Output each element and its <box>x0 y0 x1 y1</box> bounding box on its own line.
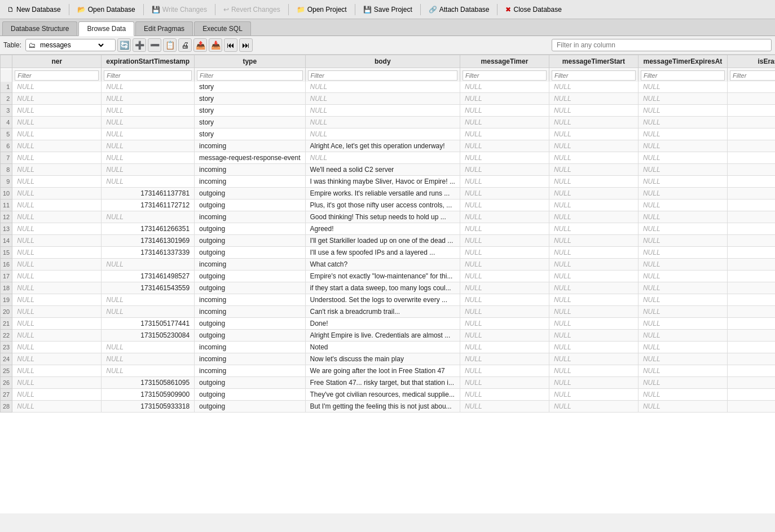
filter-mts-input[interactable] <box>552 70 636 81</box>
cell-null: NULL <box>12 176 102 188</box>
table-row[interactable]: 15NULL1731461337339outgoingI'll use a fe… <box>1 247 776 259</box>
cell-null: NULL <box>305 81 460 93</box>
first-button[interactable]: ⏮ <box>224 38 237 52</box>
table-row[interactable]: 2NULLNULLstoryNULLNULLNULLNULL0011111111… <box>1 93 776 105</box>
filter-type-input[interactable] <box>197 70 302 81</box>
cell-null: NULL <box>460 342 549 353</box>
filter-body-input[interactable] <box>308 70 457 81</box>
cell-null: NULL <box>102 365 195 377</box>
table-row[interactable]: 23NULLNULLincomingNotedNULLNULLNULL002fa… <box>1 342 776 353</box>
cell-ie: 0 <box>727 259 775 271</box>
filter-mtea-input[interactable] <box>641 70 725 81</box>
tab-edit-pragmas[interactable]: Edit Pragmas <box>135 21 193 36</box>
cell-null: NULL <box>638 81 727 93</box>
table-row[interactable]: 3NULLNULLstoryNULLNULLNULLNULL0011111111… <box>1 105 776 117</box>
attach-database-label: Attach Database <box>439 6 490 14</box>
cell-rownum: 8 <box>1 164 12 176</box>
table-row[interactable]: 4NULLNULLstoryNULLNULLNULLNULL0011111111… <box>1 117 776 128</box>
last-button[interactable]: ⏭ <box>239 38 253 52</box>
cell-body: But I'm getting the feeling this is not … <box>305 401 460 413</box>
add-row-button[interactable]: ➕ <box>133 38 146 52</box>
cell-null: NULL <box>460 353 549 365</box>
table-row[interactable]: 24NULLNULLincomingNow let's discuss the … <box>1 353 776 365</box>
import-button[interactable]: 📥 <box>209 38 222 52</box>
table-row[interactable]: 27NULL1731505909900outgoingThey've got c… <box>1 389 776 401</box>
table-row[interactable]: 16NULLNULLincomingWhat catch?NULLNULLNUL… <box>1 259 776 271</box>
table-row[interactable]: 28NULL1731505933318outgoingBut I'm getti… <box>1 401 776 413</box>
table-row[interactable]: 21NULL1731505177441outgoingDone!NULLNULL… <box>1 318 776 330</box>
table-row[interactable]: 22NULL1731505230084outgoingAlright Empir… <box>1 330 776 342</box>
table-row[interactable]: 6NULLNULLincomingAlright Ace, let's get … <box>1 140 776 152</box>
table-row[interactable]: 12NULLNULLincomingGood thinking! This se… <box>1 211 776 223</box>
cell-rownum: 16 <box>1 259 12 271</box>
table-row[interactable]: 8NULLNULLincomingWe'll need a solid C2 s… <box>1 164 776 176</box>
cell-type: incoming <box>195 294 305 306</box>
refresh-button[interactable]: 🔄 <box>117 38 131 52</box>
cell-null: NULL <box>638 330 727 342</box>
revert-changes-button[interactable]: ↩ Revert Changes <box>218 3 285 16</box>
tab-execute-sql[interactable]: Execute SQL <box>194 21 251 36</box>
cell-null: NULL <box>12 247 102 259</box>
col-header-exp: expirationStartTimestamp <box>102 55 195 68</box>
duplicate-row-button[interactable]: 📋 <box>163 38 177 52</box>
cell-rownum: 4 <box>1 117 12 128</box>
cell-ie: 0 <box>727 223 775 235</box>
table-row[interactable]: 14NULL1731461301969outgoingI'll get Star… <box>1 235 776 247</box>
new-database-icon: 🗋 <box>7 6 14 14</box>
cell-null: NULL <box>12 259 102 271</box>
cell-rownum: 19 <box>1 294 12 306</box>
data-table-area: ner expirationStartTimestamp type body m… <box>0 55 775 513</box>
tab-browse-data[interactable]: Browse Data <box>78 21 134 36</box>
cell-null: NULL <box>549 223 638 235</box>
cell-null: NULL <box>460 318 549 330</box>
save-project-icon: 💾 <box>363 6 372 14</box>
table-row[interactable]: 5NULLNULLstoryNULLNULLNULLNULL0011111111… <box>1 128 776 140</box>
delete-row-button[interactable]: ➖ <box>148 38 161 52</box>
col-header-rownum <box>1 55 12 68</box>
open-project-button[interactable]: 📁 Open Project <box>292 3 352 16</box>
table-row[interactable]: 26NULL1731505861095outgoingFree Station … <box>1 377 776 389</box>
table-row[interactable]: 1NULLNULLstoryNULLNULLNULLNULL0011111111… <box>1 81 776 93</box>
filter-ner-input[interactable] <box>15 70 99 81</box>
filter-exp-input[interactable] <box>104 70 192 81</box>
cell-null: NULL <box>638 128 727 140</box>
table-row[interactable]: 18NULL1731461543559outgoingif they start… <box>1 282 776 294</box>
export-button[interactable]: 📤 <box>193 38 207 52</box>
cell-ie: 0 <box>727 377 775 389</box>
cell-body: What catch? <box>305 259 460 271</box>
cell-exp: 1731505230084 <box>102 330 195 342</box>
tab-database-structure[interactable]: Database Structure <box>2 21 77 36</box>
print-button[interactable]: 🖨 <box>178 38 192 52</box>
table-row[interactable]: 9NULLNULLincomingI was thinking maybe Sl… <box>1 176 776 188</box>
save-project-button[interactable]: 💾 Save Project <box>358 3 417 16</box>
table-row[interactable]: 19NULLNULLincomingUnderstood. Set the lo… <box>1 294 776 306</box>
table-row[interactable]: 13NULL1731461266351outgoingAgreed!NULLNU… <box>1 223 776 235</box>
cell-null: NULL <box>12 105 102 117</box>
attach-database-button[interactable]: 🔗 Attach Database <box>424 3 495 16</box>
table-row[interactable]: 7NULLNULLmessage-request-response-eventN… <box>1 152 776 164</box>
cell-null: NULL <box>460 282 549 294</box>
cell-null: NULL <box>460 176 549 188</box>
write-changes-button[interactable]: 💾 Write Changes <box>147 3 212 16</box>
table-row[interactable]: 10NULL1731461137781outgoingEmpire works.… <box>1 188 776 200</box>
table-select[interactable]: messages <box>38 41 105 50</box>
filter-ie-input[interactable] <box>730 70 775 81</box>
new-database-button[interactable]: 🗋 New Database <box>2 3 66 16</box>
table-row[interactable]: 25NULLNULLincomingWe are going after the… <box>1 365 776 377</box>
table-row[interactable]: 17NULL1731461498527outgoingEmpire's not … <box>1 271 776 282</box>
cell-null: NULL <box>12 271 102 282</box>
cell-body: We are going after the loot in Free Stat… <box>305 365 460 377</box>
cell-type: outgoing <box>195 389 305 401</box>
filter-mt-input[interactable] <box>463 70 547 81</box>
open-database-button[interactable]: 📂 Open Database <box>72 3 140 16</box>
filter-input[interactable] <box>552 39 772 51</box>
close-database-button[interactable]: ✖ Close Database <box>500 3 566 16</box>
cell-type: outgoing <box>195 377 305 389</box>
cell-ie: 0 <box>727 365 775 377</box>
table-row[interactable]: 11NULL1731461172712outgoingPlus, it's go… <box>1 200 776 211</box>
cell-null: NULL <box>12 389 102 401</box>
cell-type: incoming <box>195 211 305 223</box>
table-row[interactable]: 20NULLNULLincomingCan't risk a breadcrum… <box>1 306 776 318</box>
cell-null: NULL <box>12 401 102 413</box>
filter-cell-mt <box>460 69 549 82</box>
